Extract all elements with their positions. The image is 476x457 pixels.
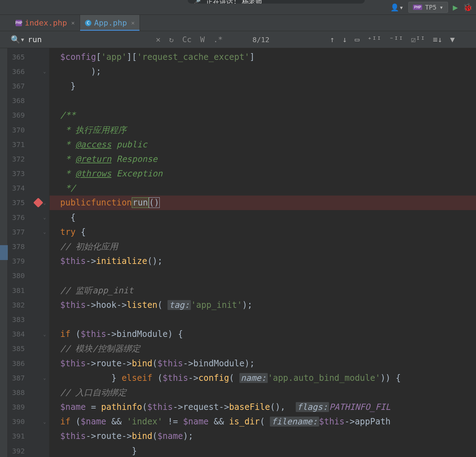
line-number[interactable]: 381 [8,283,49,298]
code-line[interactable]: $this->initialize(); [50,254,476,269]
line-number[interactable]: 370 [8,123,49,137]
code-line[interactable]: /** [50,108,476,123]
code-line[interactable]: { [50,210,476,225]
next-match-button[interactable]: ↓ [342,35,347,44]
line-number[interactable]: 373 [8,167,49,181]
close-search-icon[interactable]: ✕ [156,35,160,44]
select-all-icon[interactable]: ▭ [355,35,359,44]
code-line[interactable]: } [50,444,476,457]
code-line[interactable] [50,312,476,327]
fold-toggle-icon[interactable]: ⌄ [43,229,46,235]
fold-toggle-icon[interactable]: ⌄ [43,215,46,220]
tab-index-php[interactable]: PHP index.php ✕ [11,15,80,31]
code-area[interactable]: $config['app']['request_cache_except'] )… [50,48,476,457]
match-case-toggle[interactable]: Cc [182,35,192,44]
tab-app-php[interactable]: C App.php ✕ [80,15,140,31]
code-line[interactable]: $name = pathinfo($this->request->baseFil… [50,400,476,414]
select-occurrences-icon[interactable]: ☑ᴵᴵ [411,35,425,44]
code-line[interactable]: // 入口自动绑定 [50,385,476,400]
line-number[interactable]: 368 [8,94,49,108]
line-number[interactable]: 382 [8,298,49,312]
lecture-notification: 🎤 正在讲话: 杨老师 [188,0,365,4]
mic-icon: 🎤 [193,0,201,4]
code-line[interactable] [50,94,476,108]
search-input[interactable] [28,35,134,44]
close-icon[interactable]: ✕ [131,19,135,26]
line-number[interactable]: 391 [8,429,49,444]
line-number[interactable]: 388 [8,385,49,400]
line-number[interactable]: 387⌄ [8,371,49,385]
line-number[interactable]: 375⌄ [8,196,49,210]
run-button[interactable]: ▶ [453,2,458,12]
add-selection-icon[interactable]: ⁺ᴵᴵ [367,35,381,44]
code-line[interactable]: * @throws Exception [50,167,476,181]
line-number[interactable]: 369 [8,108,49,123]
code-line[interactable]: // 模块/控制器绑定 [50,342,476,356]
line-number[interactable]: 366⌄ [8,64,49,79]
regex-toggle[interactable]: .* [213,35,223,44]
line-number[interactable]: 389 [8,400,49,414]
line-gutter[interactable]: 365366⌄367368369370371372373374375⌄376⌄3… [8,48,50,457]
code-line[interactable]: $this->route->bind($this->bindModule); [50,356,476,371]
code-editor: 365366⌄367368369370371372373374375⌄376⌄3… [0,48,476,457]
code-line[interactable]: * @return Response [50,152,476,166]
line-number[interactable]: 365 [8,50,49,64]
code-line[interactable]: try { [50,225,476,239]
line-number[interactable]: 379 [8,254,49,269]
tab-label: App.php [94,18,127,27]
line-number[interactable]: 372 [8,152,49,166]
line-number[interactable]: 371 [8,137,49,152]
code-line[interactable]: $config['app']['request_cache_except'] [50,50,476,64]
code-line[interactable]: // 监听app_init [50,283,476,298]
run-configuration-selector[interactable]: PHP TP5 ▾ [408,2,448,13]
class-file-icon: C [85,20,91,26]
code-line[interactable]: // 初始化应用 [50,239,476,254]
line-number[interactable]: 367 [8,79,49,93]
lecture-speaker: 杨老师 [242,0,262,4]
code-line[interactable]: * 执行应用程序 [50,123,476,137]
code-line[interactable]: * @access public [50,137,476,152]
line-number[interactable]: 378 [8,239,49,254]
editor-tabs: PHP index.php ✕ C App.php ✕ [0,15,476,31]
line-number[interactable]: 390⌄ [8,414,49,429]
line-number[interactable]: 386 [8,356,49,371]
code-line[interactable]: $this->route->bind($name); [50,429,476,444]
fold-toggle-icon[interactable]: ⌄ [43,332,46,337]
fold-toggle-icon[interactable]: ⌄ [43,375,46,380]
code-line[interactable]: if ($name && 'index' != $name && is_dir(… [50,414,476,429]
prev-match-button[interactable]: ↑ [330,35,334,44]
line-number[interactable]: 377⌄ [8,225,49,239]
line-number[interactable]: 374 [8,181,49,196]
settings-icon[interactable]: ≡↓ [433,35,442,44]
code-line[interactable] [50,269,476,283]
code-line[interactable]: ); [50,64,476,79]
line-number[interactable]: 380 [8,269,49,283]
code-line[interactable]: if ($this->bindModule) { [50,327,476,342]
remove-selection-icon[interactable]: ⁻ᴵᴵ [389,35,403,44]
code-line[interactable]: } elseif ($this->config( name: 'app.auto… [50,371,476,385]
code-line[interactable]: } [50,79,476,93]
find-bar: 🔍▾ ✕ ↻ Cc W .* 8/12 ↑ ↓ ▭ ⁺ᴵᴵ ⁻ᴵᴵ ☑ᴵᴵ ≡↓… [0,31,476,48]
code-line[interactable]: public function run() [50,196,476,210]
code-line[interactable]: $this->hook->listen( tag: 'app_init'); [50,298,476,312]
fold-toggle-icon[interactable]: ⌄ [43,200,46,205]
fold-toggle-icon[interactable]: ⌄ [43,419,46,424]
close-icon[interactable]: ✕ [71,19,75,26]
user-icon[interactable]: 👤▾ [390,3,403,12]
history-icon[interactable]: ↻ [169,35,174,44]
line-number[interactable]: 376⌄ [8,210,49,225]
words-toggle[interactable]: W [200,35,205,44]
debug-button[interactable]: 🐞 [463,3,472,12]
editor-margin-marker [0,245,8,260]
code-line[interactable]: */ [50,181,476,196]
line-number[interactable]: 384⌄ [8,327,49,342]
line-number[interactable]: 383 [8,312,49,327]
line-number[interactable]: 385 [8,342,49,356]
php-icon: PHP [413,5,422,10]
line-number[interactable]: 392 [8,444,49,457]
tab-label: index.php [25,18,67,27]
fold-toggle-icon[interactable]: ⌄ [43,69,46,74]
filter-icon[interactable]: ▼ [450,35,455,44]
tool-strip-left[interactable] [0,48,8,457]
breakpoint-marker[interactable] [33,198,43,208]
